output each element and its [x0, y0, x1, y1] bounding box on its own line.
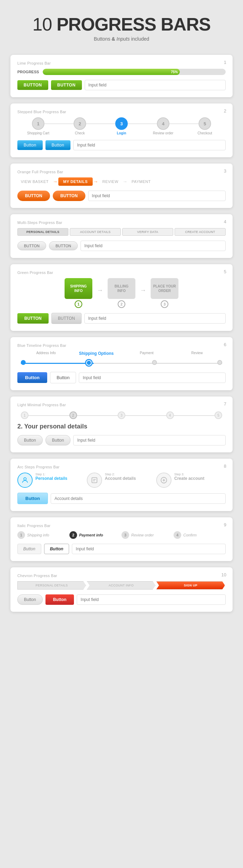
section-8-input[interactable]	[51, 493, 226, 504]
section-7-btn1[interactable]: Button	[17, 435, 43, 445]
chevron-1[interactable]: Personal Details	[17, 581, 86, 590]
section-7-input[interactable]	[73, 435, 226, 445]
italic-num-1: 1	[17, 531, 25, 539]
progress-lime-label: PROGRESS	[17, 70, 40, 74]
step-5-label: Checkout	[198, 131, 212, 135]
tab-2[interactable]: ACCOUNT DETAILS	[70, 228, 121, 236]
italic-num-3: 3	[122, 531, 129, 539]
timeline-track-row	[17, 359, 226, 367]
tl-label-2: Shipping Options	[79, 351, 114, 356]
m-dot-4: 4	[166, 411, 174, 419]
section-7-label: Light Minimal Progress Bar	[17, 403, 226, 407]
tl-label-3: Payment	[140, 351, 153, 355]
section-3-input[interactable]	[88, 191, 226, 201]
timeline-dots	[21, 360, 222, 366]
section-2-btn1[interactable]: Button	[17, 140, 43, 150]
section-2-label: Stepped Blue Progress Bar	[17, 110, 226, 114]
step-4-label: Review order	[153, 131, 174, 135]
section-8-btn1[interactable]: Button	[17, 493, 48, 504]
section-1-input[interactable]	[85, 80, 226, 90]
block-step-1-num: 1	[75, 300, 82, 308]
italic-label-1: Shipping info	[27, 533, 49, 537]
italic-steps: 1 Shipping info 2 Payment info 3 Review …	[17, 531, 226, 539]
svg-point-0	[24, 478, 26, 480]
tl-step-2: Shipping Options	[71, 351, 122, 357]
section-4-btn2[interactable]: BUTTON	[49, 241, 78, 250]
icon-step-1-label: Personal details	[35, 476, 67, 481]
section-1-btn2[interactable]: BUTTON	[51, 80, 82, 90]
section-10-input[interactable]	[77, 594, 226, 605]
icon-step-3: Step 3: Create account	[156, 473, 226, 488]
section-5-input[interactable]	[84, 313, 226, 324]
step-1-circle: 1	[32, 117, 44, 130]
tl-label-4: Review	[191, 351, 203, 355]
section-1-number: 1	[224, 60, 226, 65]
tab-4[interactable]: CREATE ACCOUNT	[175, 228, 226, 236]
section-9-input[interactable]	[72, 544, 226, 554]
section-8-number: 8	[224, 464, 226, 469]
italic-label-3: Review order	[131, 533, 154, 537]
section-3-btn1[interactable]: BUTTON	[17, 191, 50, 201]
section-5: Green Progress Bar 5 SHIPPINGINFO 1 → BI…	[10, 264, 233, 331]
section-4-btn1[interactable]: BUTTON	[17, 241, 46, 250]
section-3-btn2[interactable]: BUTTON	[53, 191, 85, 201]
section-6-btn1[interactable]: Button	[17, 372, 47, 383]
tl-step-3: Payment	[122, 351, 172, 356]
section-10-btn2[interactable]: Button	[45, 594, 74, 605]
section-10-btn1[interactable]: Button	[17, 594, 43, 605]
section-2-btn2[interactable]: Button	[45, 140, 71, 150]
progress-pct: 75%	[171, 70, 178, 74]
section-4: Multi-Steps Progress Bar 4 PERSONAL DETA…	[10, 214, 233, 258]
section-7-number: 7	[224, 401, 226, 407]
section-2-input[interactable]	[73, 140, 226, 150]
italic-num-2: 2	[69, 531, 77, 539]
icon-steps: Step 1: Personal details Step 2: Account…	[17, 473, 226, 488]
section-9-btn2[interactable]: Button	[44, 544, 69, 554]
icon-step-2-label: Account details	[105, 476, 136, 481]
italic-label-4: Confirm	[183, 533, 197, 537]
section-10: Chevron Progress Bar 10 Personal Details…	[10, 567, 233, 612]
section-4-number: 4	[224, 219, 226, 224]
chevron-3[interactable]: Sign Up	[156, 581, 225, 590]
progress-lime-bar: PROGRESS 75%	[17, 69, 226, 75]
tab-3[interactable]: VERIFY DATA	[122, 228, 173, 236]
step-4: 4 Review order	[142, 117, 184, 135]
section-9-btn1[interactable]: Button	[17, 544, 41, 554]
section-1-btn1[interactable]: BUTTON	[17, 80, 48, 90]
step-1: 1 Shopping Cart	[17, 117, 59, 135]
section-4-label: Multi-Steps Progress Bar	[17, 220, 226, 225]
chevron-2[interactable]: Account Info	[87, 581, 156, 590]
section-9-number: 9	[224, 522, 226, 527]
tab-1[interactable]: PERSONAL DETAILS	[17, 228, 68, 236]
section-3-label: Orange Full Progress Bar	[17, 170, 226, 174]
minimal-dots: 1 2 3 4 5	[21, 411, 222, 419]
section-6-label: Blue Timeline Progress Bar	[17, 343, 226, 348]
user-icon	[21, 476, 29, 484]
italic-step-4: 4 Confirm	[174, 531, 226, 539]
icon-step-3-label: Create account	[174, 476, 204, 481]
tab-progress-bar: PERSONAL DETAILS ACCOUNT DETAILS VERIFY …	[17, 228, 226, 236]
orange-arrow-1: →	[53, 179, 58, 184]
block-step-2-num: 2	[118, 300, 125, 308]
section-8-label: Arc Steps Progress Bar	[17, 465, 226, 469]
section-7-btn2[interactable]: Button	[45, 435, 71, 445]
progress-track: 75%	[43, 69, 226, 75]
section-5-btn2[interactable]: BUTTON	[51, 313, 82, 324]
block-step-1-box: SHIPPINGINFO	[65, 278, 92, 299]
progress-fill: 75%	[43, 69, 180, 75]
step-2: 2 Check	[59, 117, 101, 135]
svg-rect-1	[92, 478, 97, 483]
section-4-input[interactable]	[81, 241, 226, 251]
section-5-btn1[interactable]: BUTTON	[17, 313, 49, 324]
step-5-circle: 5	[199, 117, 211, 130]
account-icon	[91, 476, 98, 484]
step-3[interactable]: 3 Login	[101, 117, 142, 135]
section-3: Orange Full Progress Bar 3 VIEW BASKET →…	[10, 164, 233, 208]
tl-dot-1	[21, 360, 26, 365]
timeline-steps: Address Info Shipping Options Payment Re…	[17, 351, 226, 357]
italic-num-4: 4	[174, 531, 181, 539]
section-6-btn2[interactable]: Button	[50, 372, 76, 383]
section-9-label: Italic Progress Bar	[17, 524, 226, 528]
tl-dot-4	[217, 360, 222, 365]
section-6-input[interactable]	[79, 373, 226, 383]
